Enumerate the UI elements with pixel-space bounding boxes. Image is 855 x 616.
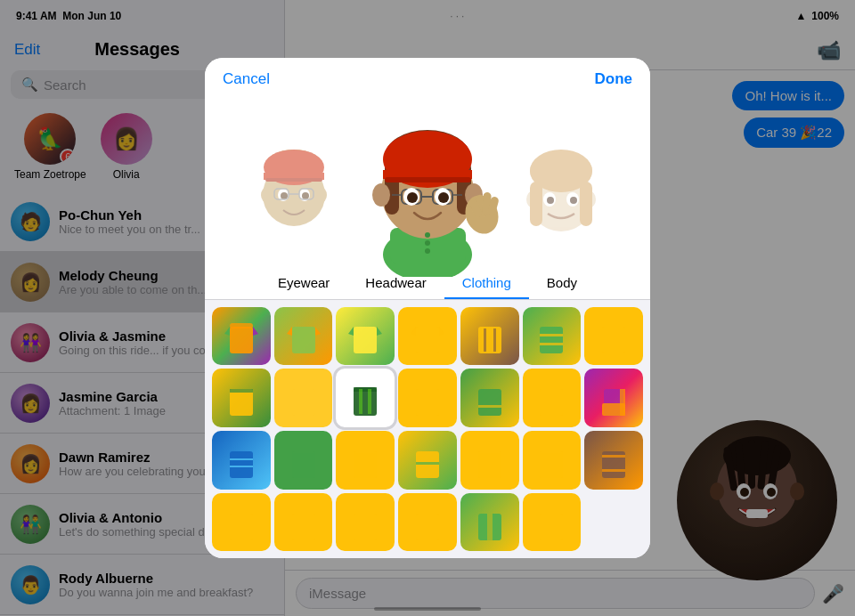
svg-rect-27 <box>265 178 322 182</box>
clothing-option-22[interactable] <box>212 493 271 552</box>
svg-rect-80 <box>230 389 253 416</box>
svg-rect-78 <box>540 343 563 345</box>
clothing-option-24[interactable] <box>336 493 395 552</box>
memoji-side-right <box>508 142 615 266</box>
clothing-option-9[interactable] <box>274 369 333 427</box>
svg-rect-90 <box>540 389 563 416</box>
svg-point-46 <box>438 192 449 203</box>
svg-point-47 <box>372 183 390 207</box>
svg-rect-104 <box>602 455 625 458</box>
modal-header: Cancel Done <box>205 58 650 97</box>
svg-point-64 <box>570 197 577 204</box>
clothing-option-8[interactable] <box>212 369 271 427</box>
svg-rect-66 <box>580 182 592 226</box>
memoji-side-left <box>240 142 347 266</box>
clothing-option-15[interactable] <box>212 431 271 490</box>
svg-rect-76 <box>540 327 563 353</box>
svg-point-20 <box>281 192 288 199</box>
modal-overlay: Cancel Done <box>0 0 855 616</box>
clothing-option-13[interactable] <box>523 369 582 427</box>
svg-rect-86 <box>368 389 371 414</box>
svg-rect-85 <box>359 389 362 414</box>
clothing-option-27[interactable] <box>523 493 582 552</box>
memoji-editor-modal: Cancel Done <box>205 58 650 559</box>
svg-rect-109 <box>416 514 439 540</box>
svg-rect-112 <box>540 514 563 540</box>
svg-rect-107 <box>292 514 315 540</box>
svg-rect-88 <box>478 389 501 416</box>
clothing-option-3[interactable] <box>336 307 395 366</box>
svg-point-54 <box>425 232 430 238</box>
svg-point-63 <box>547 197 554 204</box>
tab-clothing[interactable]: Clothing <box>444 266 529 299</box>
cancel-button[interactable]: Cancel <box>223 70 270 88</box>
clothing-option-2[interactable] <box>274 307 333 366</box>
svg-rect-73 <box>478 327 501 353</box>
svg-rect-111 <box>487 514 493 540</box>
svg-rect-100 <box>416 462 439 465</box>
clothing-option-23[interactable] <box>274 493 333 552</box>
svg-rect-87 <box>416 389 439 416</box>
clothing-option-19[interactable] <box>460 431 519 490</box>
svg-point-67 <box>530 150 592 192</box>
svg-rect-65 <box>530 182 542 226</box>
clothing-option-18[interactable] <box>398 431 457 490</box>
svg-point-17 <box>314 187 327 203</box>
svg-point-45 <box>407 192 418 203</box>
svg-rect-69 <box>230 323 253 328</box>
done-button[interactable]: Done <box>594 70 632 88</box>
category-tabs: Eyewear Headwear Clothing Body <box>205 266 650 300</box>
clothing-option-4[interactable] <box>398 307 457 366</box>
clothing-option-7[interactable] <box>584 307 643 366</box>
svg-rect-79 <box>602 327 625 353</box>
svg-rect-81 <box>230 389 253 393</box>
clothing-option-21[interactable] <box>584 431 643 490</box>
svg-rect-74 <box>484 328 486 352</box>
svg-rect-94 <box>230 451 253 478</box>
svg-rect-75 <box>493 328 496 352</box>
memoji-preview-row <box>205 97 650 266</box>
svg-rect-82 <box>292 389 315 416</box>
clothing-option-16[interactable] <box>274 431 333 490</box>
clothing-option-10[interactable] <box>336 369 395 427</box>
clothing-option-6[interactable] <box>523 307 582 366</box>
svg-point-56 <box>425 248 430 254</box>
svg-point-21 <box>302 192 309 199</box>
svg-rect-37 <box>385 177 471 182</box>
tab-headwear[interactable]: Headwear <box>347 266 444 299</box>
memoji-center <box>347 110 508 266</box>
svg-rect-108 <box>354 514 377 540</box>
svg-rect-72 <box>416 327 439 353</box>
clothing-option-14[interactable] <box>584 369 643 427</box>
clothing-grid <box>205 300 650 559</box>
svg-rect-71 <box>354 327 377 353</box>
svg-rect-98 <box>354 451 377 478</box>
tab-eyewear[interactable]: Eyewear <box>260 266 347 299</box>
svg-rect-97 <box>292 451 315 478</box>
svg-rect-105 <box>602 469 625 472</box>
svg-point-16 <box>261 187 273 203</box>
svg-rect-68 <box>230 327 253 353</box>
svg-rect-84 <box>354 387 377 392</box>
clothing-option-20[interactable] <box>523 431 582 490</box>
clothing-option-1[interactable] <box>212 307 271 366</box>
svg-rect-89 <box>478 405 501 408</box>
svg-rect-101 <box>478 451 501 478</box>
clothing-option-11[interactable] <box>398 369 457 427</box>
clothing-option-26[interactable] <box>460 493 519 552</box>
tab-body[interactable]: Body <box>529 266 595 299</box>
clothing-option-17[interactable] <box>336 431 395 490</box>
svg-point-55 <box>425 240 430 246</box>
svg-rect-102 <box>540 451 563 478</box>
clothing-option-5[interactable] <box>460 307 519 366</box>
svg-rect-106 <box>230 514 253 540</box>
clothing-option-25[interactable] <box>398 493 457 552</box>
svg-rect-96 <box>230 466 253 467</box>
svg-rect-77 <box>540 334 563 336</box>
clothing-option-12[interactable] <box>460 369 519 427</box>
svg-rect-70 <box>292 327 315 353</box>
svg-rect-93 <box>620 389 625 416</box>
svg-rect-95 <box>230 458 253 460</box>
